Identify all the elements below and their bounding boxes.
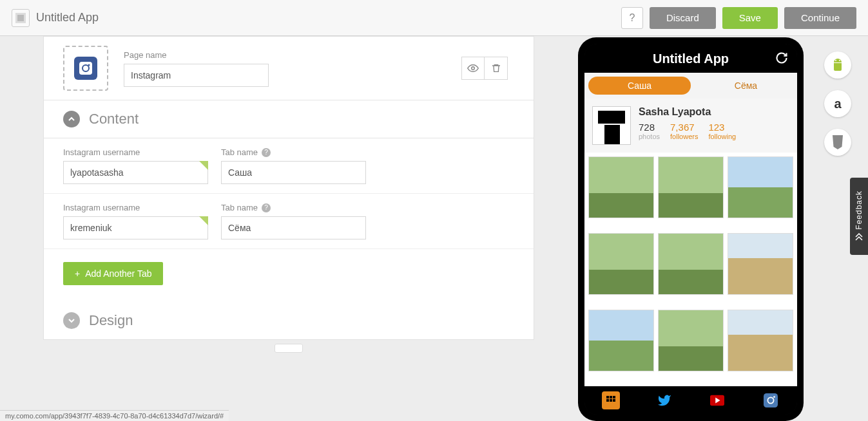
continue-button[interactable]: Continue	[784, 7, 856, 29]
photo-thumb[interactable]	[728, 310, 793, 371]
svg-point-17	[839, 60, 840, 61]
design-title: Design	[89, 312, 133, 329]
svg-rect-6	[606, 396, 609, 398]
phone-preview: Untitled App Саша Сёма Sasha Lyapota 728…	[578, 37, 804, 421]
content-row-2: Instagram username Tab name ?	[44, 194, 534, 249]
profile-name: Sasha Lyapota	[639, 106, 789, 118]
chevron-down-icon	[63, 312, 80, 329]
app-title: Untitled App	[36, 11, 621, 24]
svg-rect-9	[606, 399, 609, 402]
preview-title: Untitled App	[653, 51, 729, 66]
svg-rect-7	[610, 396, 612, 398]
nav-grid-icon[interactable]	[602, 391, 620, 409]
preview-icon[interactable]	[461, 57, 485, 80]
platform-selector: a	[824, 51, 851, 156]
content-title: Content	[89, 111, 139, 127]
photo-thumb[interactable]	[588, 156, 654, 218]
nav-twitter-icon[interactable]	[655, 391, 673, 409]
preview-tab-active[interactable]: Саша	[588, 77, 691, 95]
android-icon[interactable]	[824, 51, 851, 79]
page-name-input[interactable]	[124, 64, 269, 87]
status-url: my.como.com/app/3943f7f7-4839-4c70-8a70-…	[0, 410, 229, 421]
preview-header: Untitled App	[584, 44, 797, 73]
svg-rect-10	[610, 399, 612, 402]
preview-nav	[584, 386, 797, 415]
preview-tab-inactive[interactable]: Сёма	[695, 73, 797, 98]
content-row-1: Instagram username Tab name ?	[44, 138, 534, 194]
page-section: Page name	[44, 37, 534, 100]
stat-photos: 728 photos	[639, 122, 660, 140]
help-button[interactable]: ?	[621, 7, 643, 29]
tabname-label: Tab name	[221, 147, 258, 157]
collapse-handle[interactable]	[275, 344, 303, 353]
html5-icon[interactable]	[824, 129, 851, 156]
chevron-up-icon	[63, 111, 80, 127]
photo-thumb[interactable]	[658, 310, 724, 371]
tabname-label: Tab name	[221, 203, 258, 212]
add-tab-button[interactable]: + Add Another Tab	[63, 262, 163, 285]
plus-icon: +	[75, 268, 80, 279]
svg-rect-2	[79, 62, 92, 75]
photo-thumb[interactable]	[588, 233, 654, 295]
photo-grid	[584, 153, 797, 386]
svg-rect-11	[613, 399, 615, 402]
tabname-input-1[interactable]	[221, 161, 366, 184]
svg-point-16	[835, 60, 836, 61]
tabname-input-2[interactable]	[221, 216, 366, 239]
photo-thumb[interactable]	[658, 156, 724, 218]
page-name-label: Page name	[124, 50, 514, 60]
content-section-header[interactable]: Content	[44, 100, 534, 138]
discard-button[interactable]: Discard	[650, 7, 716, 29]
photo-thumb[interactable]	[658, 233, 724, 295]
username-label: Instagram username	[63, 203, 208, 212]
design-section-header[interactable]: Design	[44, 302, 534, 339]
header-buttons: ? Discard Save Continue	[621, 7, 856, 29]
svg-rect-13	[764, 393, 778, 407]
avatar	[592, 106, 631, 145]
nav-youtube-icon[interactable]	[708, 391, 726, 409]
save-button[interactable]: Save	[722, 7, 778, 29]
add-tab-row: + Add Another Tab	[44, 249, 534, 302]
page-icon-dropzone[interactable]	[63, 46, 108, 91]
svg-point-4	[88, 64, 90, 66]
preview-profile: Sasha Lyapota 728 photos 7,367 followers…	[584, 98, 797, 153]
refresh-icon[interactable]	[775, 51, 788, 68]
amazon-icon[interactable]: a	[824, 90, 851, 117]
stat-following: 123 following	[708, 122, 736, 140]
instagram-icon	[74, 57, 97, 80]
svg-rect-1	[17, 15, 24, 21]
top-header: Untitled App ? Discard Save Continue	[0, 0, 868, 36]
help-icon[interactable]: ?	[262, 148, 271, 157]
app-icon	[12, 9, 30, 27]
delete-icon[interactable]	[485, 57, 508, 80]
add-tab-label: Add Another Tab	[85, 268, 151, 279]
photo-thumb[interactable]	[728, 156, 793, 218]
svg-rect-8	[613, 396, 615, 398]
stat-followers: 7,367 followers	[670, 122, 698, 140]
help-icon[interactable]: ?	[262, 203, 271, 212]
feedback-label: Feedback	[854, 191, 863, 230]
editor-card: Page name Content I	[43, 36, 534, 340]
svg-point-15	[773, 396, 775, 398]
nav-instagram-icon[interactable]	[762, 391, 780, 409]
photo-thumb[interactable]	[728, 233, 793, 295]
username-input-2[interactable]	[63, 216, 208, 239]
svg-point-5	[472, 67, 475, 70]
editor-panel: Page name Content I	[43, 36, 534, 353]
photo-thumb[interactable]	[588, 310, 654, 371]
username-input-1[interactable]	[63, 161, 208, 184]
preview-tabs: Саша Сёма	[584, 73, 797, 98]
feedback-tab[interactable]: Feedback	[850, 178, 868, 255]
username-label: Instagram username	[63, 147, 208, 157]
